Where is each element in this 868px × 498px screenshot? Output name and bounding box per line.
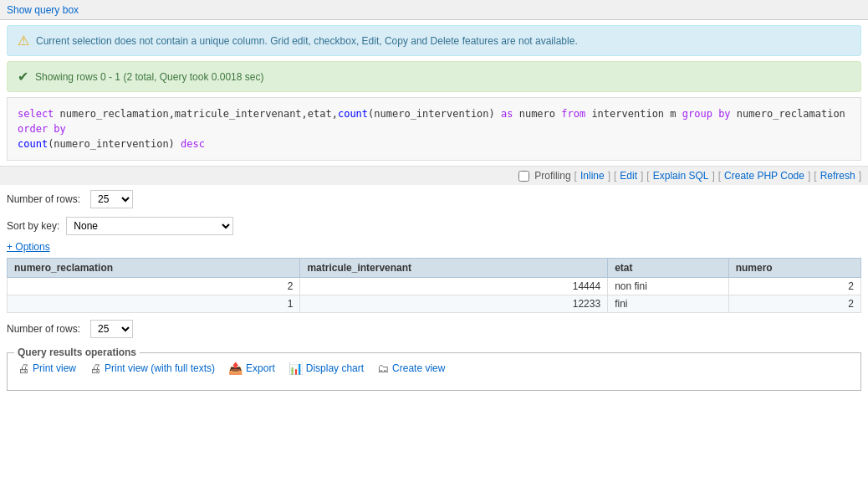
profiling-label: Profiling — [534, 170, 570, 182]
print-full-icon: 🖨 — [89, 362, 101, 375]
kw-group: group — [682, 108, 712, 120]
print-view-link[interactable]: 🖨 Print view — [18, 362, 76, 375]
profiling-checkbox[interactable] — [518, 171, 529, 182]
kw-select: select — [18, 108, 54, 120]
number-of-rows-label: Number of rows: — [7, 193, 80, 205]
chart-icon: 📊 — [288, 362, 303, 375]
kw-order: order — [18, 123, 48, 135]
edit-link[interactable]: Edit — [620, 170, 637, 182]
view-icon: 🗂 — [377, 362, 389, 375]
export-link[interactable]: 📤 Export — [228, 362, 275, 375]
export-label: Export — [246, 362, 275, 374]
query-gb-col: numero_reclamation — [731, 108, 845, 120]
table-cell-numero_reclamation: 1 — [8, 295, 300, 313]
sort-row: Sort by key: None — [0, 213, 868, 239]
options-link-row: + Options — [0, 239, 868, 254]
separator6: ] — [712, 170, 714, 182]
success-icon: ✔ — [18, 69, 28, 85]
warning-box: ⚠ Current selection does not contain a u… — [7, 25, 861, 56]
col-header-matricule-intervenant: matricule_intervenant — [300, 259, 608, 278]
main-content: Show query box ⚠ Current selection does … — [0, 0, 868, 498]
success-text: Showing rows 0 - 1 (2 total, Query took … — [35, 71, 263, 83]
sort-by-select[interactable]: None — [66, 217, 233, 235]
table-row: 112233fini2 — [8, 295, 861, 313]
separator9: [ — [814, 170, 816, 182]
display-chart-label: Display chart — [306, 362, 364, 374]
query-table: intervention m — [585, 108, 682, 120]
create-view-label: Create view — [392, 362, 445, 374]
query-box: select numero_reclamation,matricule_inte… — [7, 97, 861, 161]
table-cell-matricule_intervenant: 12233 — [300, 295, 608, 313]
explain-sql-link[interactable]: Explain SQL — [653, 170, 709, 182]
table-cell-etat: fini — [608, 295, 729, 313]
print-view-full-label: Print view (with full texts) — [105, 362, 215, 374]
toolbar-row: Profiling [ Inline ] [ Edit ] [ Explain … — [0, 166, 868, 185]
kw-desc: desc — [181, 138, 205, 150]
table-cell-matricule_intervenant: 14444 — [300, 278, 608, 295]
warning-icon: ⚠ — [18, 33, 29, 49]
query-cols: numero_reclamation,matricule_intervenant… — [60, 108, 338, 120]
kw-from: from — [561, 108, 585, 120]
separator3: [ — [614, 170, 616, 182]
kw-as: as — [501, 108, 513, 120]
print-view-full-link[interactable]: 🖨 Print view (with full texts) — [89, 362, 215, 375]
table-cell-numero_reclamation: 2 — [8, 278, 300, 295]
table-cell-numero: 2 — [728, 295, 860, 313]
separator7: [ — [718, 170, 721, 182]
bottom-options-row: Number of rows: 25 50 100 250 500 — [0, 316, 868, 341]
options-link[interactable]: + Options — [7, 241, 50, 253]
create-view-link[interactable]: 🗂 Create view — [377, 362, 445, 375]
top-bar: Show query box — [0, 0, 868, 20]
rows-options-row: Number of rows: 25 50 100 250 500 — [0, 185, 868, 213]
bottom-number-of-rows-label: Number of rows: — [7, 323, 80, 335]
separator4: ] — [641, 170, 643, 182]
show-query-box-link[interactable]: Show query box — [7, 4, 79, 16]
number-of-rows-select[interactable]: 25 50 100 250 500 — [90, 190, 133, 208]
query-paren2: (numero_intervention) — [48, 138, 181, 150]
query-results-ops-legend: Query results operations — [14, 347, 140, 358]
kw-by2: by — [54, 123, 65, 135]
separator5: [ — [646, 170, 649, 182]
separator8: ] — [808, 170, 810, 182]
query-results-ops-fieldset: Query results operations 🖨 Print view 🖨 … — [7, 347, 861, 391]
export-icon: 📤 — [228, 362, 243, 375]
separator10: ] — [859, 170, 861, 182]
query-paren1: (numero_intervention) — [368, 108, 501, 120]
display-chart-link[interactable]: 📊 Display chart — [288, 362, 364, 375]
data-table: numero_reclamation matricule_intervenant… — [7, 258, 861, 313]
separator2: ] — [608, 170, 610, 182]
print-icon: 🖨 — [18, 362, 29, 375]
sort-by-label: Sort by key: — [7, 220, 59, 232]
table-cell-numero: 2 — [728, 278, 860, 295]
success-box: ✔ Showing rows 0 - 1 (2 total, Query too… — [7, 61, 861, 92]
col-header-numero: numero — [728, 259, 860, 278]
col-header-etat: etat — [608, 259, 729, 278]
bottom-number-of-rows-select[interactable]: 25 50 100 250 500 — [90, 320, 133, 338]
warning-text: Current selection does not contain a uni… — [36, 35, 578, 47]
print-view-label: Print view — [33, 362, 76, 374]
table-row: 214444non fini2 — [8, 278, 861, 295]
query-alias: numero — [513, 108, 561, 120]
ops-content: 🖨 Print view 🖨 Print view (with full tex… — [8, 358, 860, 383]
table-cell-etat: non fini — [608, 278, 729, 295]
col-header-numero-reclamation: numero_reclamation — [8, 259, 300, 278]
create-php-link[interactable]: Create PHP Code — [724, 170, 804, 182]
query-text: select numero_reclamation,matricule_inte… — [18, 106, 850, 151]
kw-count2: count — [18, 138, 48, 150]
kw-by1: by — [718, 108, 730, 120]
refresh-link[interactable]: Refresh — [820, 170, 855, 182]
inline-link[interactable]: Inline — [580, 170, 605, 182]
separator1: [ — [574, 170, 577, 182]
kw-count: count — [338, 108, 368, 120]
